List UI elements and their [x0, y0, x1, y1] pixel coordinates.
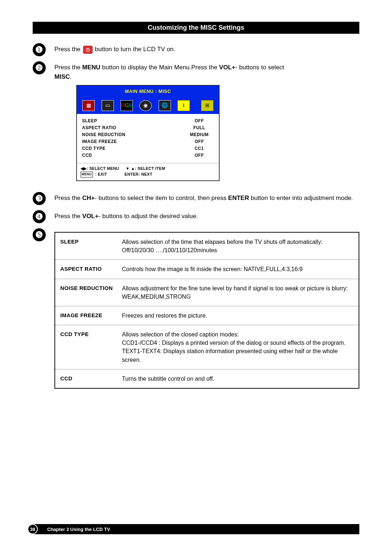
step-4-text: Press the VOL+- buttons to adjust the de… — [54, 212, 359, 221]
def-label: NOISE REDUCTION — [55, 279, 121, 306]
text: - buttons to adjust the desired value. — [98, 213, 198, 220]
chapter-label: Chapter 3 Using the LCD TV — [47, 527, 110, 532]
def-desc: Turns the subtitle control on and off. — [121, 369, 359, 388]
step-1-text: Press the button to turn the LCD TV on. — [54, 45, 359, 54]
osd-label: IMAGE FREEZE — [82, 138, 117, 145]
text: Press the — [54, 46, 82, 53]
step-4-badge: ❹ — [33, 210, 46, 223]
text-bold: ENTER — [228, 195, 249, 201]
osd-row: CCDOFF — [82, 152, 214, 159]
step-4: ❹ Press the VOL+- buttons to adjust the … — [33, 212, 359, 223]
text: button to enter into adjustment mode. — [249, 195, 353, 201]
step-3: ❸ Press the CH+- buttons to select the i… — [33, 193, 359, 205]
osd-row: NOISE REDUCTIONMEDIUM — [82, 131, 214, 138]
step-5-badge: ❺ — [33, 228, 46, 241]
osd-value: OFF — [185, 152, 214, 159]
osd-icon-globe: 🌐 — [159, 100, 171, 111]
osd-tab-icons: ▦ ▭ RGB ◉ 🌐 i ⊞ — [77, 97, 219, 114]
table-row: IMAGE FREEZE Freezes and restores the pi… — [55, 306, 359, 325]
osd-footer: ◀▶: SELECT MENU ▼ ▲: SELECT ITEM MENU : … — [77, 163, 219, 180]
osd-label: CCD TYPE — [82, 145, 106, 152]
text-bold: MISC — [54, 73, 70, 80]
osd-icon-audio: ◉ — [139, 100, 152, 111]
def-desc: Controls how the image is fit inside the… — [121, 260, 359, 278]
def-label: CCD — [55, 369, 121, 388]
osd-foot-select-item: ▼ ▲: SELECT ITEM — [126, 165, 165, 172]
menu-box-icon: MENU — [81, 172, 93, 177]
def-desc: Allows adjustment for the fine tune leve… — [121, 279, 359, 306]
page-footer: 38 Chapter 3 Using the LCD TV — [33, 524, 359, 534]
osd-label: SLEEP — [82, 118, 97, 124]
text-bold: CH+ — [82, 195, 95, 201]
text: Press the — [54, 195, 82, 201]
section-title: Customizing the MISC Settings — [33, 22, 359, 34]
def-label: SLEEP — [55, 233, 121, 259]
osd-foot-next: ENTER: NEXT — [124, 171, 152, 177]
page-number: 38 — [28, 524, 38, 534]
step-3-text: Press the CH+- buttons to select the ite… — [54, 193, 359, 203]
step-5-body: SLEEP Allows selection of the time that … — [54, 230, 359, 389]
text: button to display the Main Menu.Press th… — [101, 64, 219, 71]
table-row: ASPECT RATIO Controls how the image is f… — [55, 260, 359, 279]
step-5: ❺ SLEEP Allows selection of the time tha… — [33, 230, 359, 389]
definitions-table: SLEEP Allows selection of the time that … — [54, 232, 359, 389]
def-desc: Allows selection of the time that elapae… — [121, 233, 359, 259]
osd-icon-info: i — [177, 100, 190, 111]
osd-value: OFF — [185, 138, 214, 145]
step-1: ❶ Press the button to turn the LCD TV on… — [33, 45, 359, 56]
osd-row: ASPECT RATIOFULL — [82, 124, 214, 131]
osd-row: IMAGE FREEZEOFF — [82, 138, 214, 145]
text: button to turn the LCD TV on. — [95, 46, 175, 53]
text: . — [70, 73, 72, 80]
osd-label: NOISE REDUCTION — [82, 131, 126, 138]
def-label: ASPECT RATIO — [55, 260, 121, 278]
osd-foot-exit: MENU : EXIT — [81, 171, 107, 177]
text-bold: MENU — [82, 64, 101, 71]
step-2-badge: ❷ — [33, 61, 46, 74]
text: - buttons to select the item to control,… — [95, 195, 228, 201]
step-2-text: Press the MENU button to display the Mai… — [54, 63, 359, 185]
osd-value: OFF — [185, 118, 214, 124]
def-desc: Allows selection of the closed caption m… — [121, 325, 359, 369]
text-bold: VOL+ — [82, 213, 99, 220]
step-3-badge: ❸ — [33, 192, 46, 205]
text: Press the — [54, 64, 82, 71]
osd-value: MEDIUM — [185, 131, 214, 138]
def-label: IMAGE FREEZE — [55, 306, 121, 325]
text: Press the — [54, 213, 82, 220]
osd-label: ASPECT RATIO — [82, 124, 116, 131]
osd-settings-list: SLEEPOFF ASPECT RATIOFULL NOISE REDUCTIO… — [77, 114, 219, 163]
osd-value: FULL — [185, 124, 214, 131]
table-row: SLEEP Allows selection of the time that … — [55, 233, 359, 260]
osd-row: CCD TYPECC1 — [82, 145, 214, 152]
def-desc: Freezes and restores the picture. — [121, 306, 359, 325]
osd-row: SLEEPOFF — [82, 118, 214, 124]
power-icon — [83, 46, 93, 54]
osd-icon-misc: ⊞ — [201, 100, 213, 111]
page-content: Customizing the MISC Settings ❶ Press th… — [33, 22, 359, 395]
osd-icon-rgb: RGB — [121, 100, 133, 111]
table-row: NOISE REDUCTION Allows adjustment for th… — [55, 279, 359, 306]
text-bold: VOL+ — [219, 64, 236, 71]
osd-label: CCD — [82, 152, 92, 159]
def-label: CCD TYPE — [55, 325, 121, 369]
osd-foot-select-menu: ◀▶: SELECT MENU — [81, 165, 119, 172]
osd-heading: MAIN MENU : MISC — [77, 86, 219, 97]
step-2: ❷ Press the MENU button to display the M… — [33, 63, 359, 185]
table-row: CCD TYPE Allows selection of the closed … — [55, 325, 359, 369]
osd-panel: MAIN MENU : MISC ▦ ▭ RGB ◉ 🌐 i ⊞ SLEEPOF… — [76, 85, 220, 181]
osd-icon-screen: ▭ — [102, 100, 114, 111]
osd-value: CC1 — [185, 145, 214, 152]
table-row: CCD Turns the subtitle control on and of… — [55, 369, 359, 388]
text: - buttons to select — [235, 64, 284, 71]
step-1-badge: ❶ — [33, 43, 46, 56]
osd-icon-picture: ▦ — [82, 100, 95, 111]
